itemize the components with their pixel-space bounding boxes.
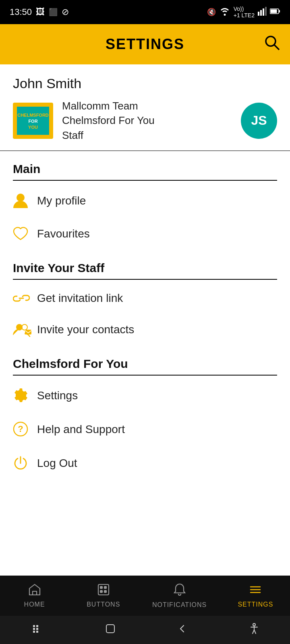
svg-text:CHELMSFORD: CHELMSFORD xyxy=(17,113,49,118)
question-mark-icon: ? xyxy=(13,421,37,438)
nav-settings[interactable]: SETTINGS xyxy=(235,583,276,608)
svg-rect-25 xyxy=(100,590,102,592)
svg-rect-2 xyxy=(263,8,264,16)
buttons-nav-icon xyxy=(97,583,110,599)
nav-settings-label: SETTINGS xyxy=(238,601,273,608)
main-divider xyxy=(13,180,277,181)
search-button[interactable] xyxy=(263,34,280,55)
svg-rect-30 xyxy=(33,625,35,627)
svg-rect-1 xyxy=(260,10,262,16)
log-out-item[interactable]: Log Out xyxy=(13,446,277,480)
chelmsford-section: Chelmsford For You Settings ? Help and S… xyxy=(0,346,290,480)
svg-rect-36 xyxy=(106,625,114,633)
log-out-label: Log Out xyxy=(37,457,77,470)
invite-divider xyxy=(13,279,277,280)
main-section-header: Main xyxy=(13,151,277,180)
sys-menu-icon[interactable] xyxy=(31,624,43,636)
power-icon xyxy=(13,455,37,471)
org-logo: CHELMSFORD FOR YOU xyxy=(13,103,53,139)
my-profile-item[interactable]: My profile xyxy=(13,184,277,218)
svg-rect-0 xyxy=(258,12,259,16)
nav-notifications[interactable]: NOTIFICATIONS xyxy=(152,583,207,609)
screenshot-icon: ⬛ xyxy=(49,8,58,17)
user-name: John Smith xyxy=(13,76,277,91)
avatar: JS xyxy=(241,103,277,139)
invite-contacts-item[interactable]: Invite your contacts xyxy=(13,314,277,346)
profile-info-row: CHELMSFORD FOR YOU Mallcomm Team Chelmsf… xyxy=(13,99,277,142)
settings-item[interactable]: Settings xyxy=(13,379,277,413)
nav-notifications-label: NOTIFICATIONS xyxy=(152,601,207,609)
svg-rect-34 xyxy=(36,628,38,630)
invite-contacts-icon xyxy=(13,322,37,337)
nav-buttons[interactable]: BUTTONS xyxy=(83,583,124,608)
svg-text:?: ? xyxy=(18,424,23,434)
svg-rect-17 xyxy=(25,330,31,334)
bottom-nav: HOME BUTTONS NOTIFICATIONS xyxy=(0,576,290,616)
nav-home-label: HOME xyxy=(24,601,45,608)
gear-icon xyxy=(13,388,37,404)
photo-icon: 🖼 xyxy=(36,7,45,17)
svg-point-14 xyxy=(17,194,25,202)
main-section: Main My profile Favourites xyxy=(0,151,290,250)
settings-header: SETTINGS xyxy=(0,24,290,64)
help-support-item[interactable]: ? Help and Support xyxy=(13,413,277,446)
page-title: SETTINGS xyxy=(106,36,184,53)
svg-rect-24 xyxy=(104,586,106,588)
svg-text:FOR: FOR xyxy=(28,119,37,124)
chelmsford-section-header: Chelmsford For You xyxy=(13,346,277,375)
settings-nav-icon xyxy=(249,583,262,599)
invite-section-header: Invite Your Staff xyxy=(13,250,277,279)
svg-rect-5 xyxy=(271,9,277,13)
help-support-label: Help and Support xyxy=(37,423,125,436)
status-right: 🔇 Vo))+1 LTE2 xyxy=(207,6,280,19)
svg-line-40 xyxy=(253,630,254,634)
sys-accessibility-icon[interactable] xyxy=(249,623,259,637)
settings-label: Settings xyxy=(37,389,78,402)
heart-icon xyxy=(13,227,37,241)
svg-line-8 xyxy=(274,45,279,50)
nav-home[interactable]: HOME xyxy=(14,583,55,608)
svg-rect-6 xyxy=(279,10,280,12)
svg-text:YOU: YOU xyxy=(28,125,38,130)
sys-back-icon[interactable] xyxy=(178,623,187,636)
svg-line-41 xyxy=(254,630,256,634)
favourites-item[interactable]: Favourites xyxy=(13,218,277,250)
battery-icon xyxy=(270,8,280,17)
team-name: Mallcomm Team Chelmsford For You Staff xyxy=(62,99,241,142)
home-nav-icon xyxy=(28,583,41,599)
profile-section: John Smith CHELMSFORD FOR YOU Mallcomm T… xyxy=(0,64,290,151)
link-icon xyxy=(13,293,37,303)
system-nav xyxy=(0,616,290,644)
sys-home-icon[interactable] xyxy=(105,623,116,636)
chelmsford-divider xyxy=(13,375,277,376)
svg-point-7 xyxy=(266,37,276,46)
nav-buttons-label: BUTTONS xyxy=(87,601,120,608)
signal-icon xyxy=(258,7,267,18)
person-icon xyxy=(13,193,37,209)
mute-icon: 🔇 xyxy=(207,8,216,17)
invite-staff-section: Invite Your Staff Get invitation link In xyxy=(0,250,290,346)
svg-rect-22 xyxy=(98,584,109,595)
dnd-icon: ⊘ xyxy=(62,7,69,17)
svg-point-16 xyxy=(22,324,27,330)
svg-rect-35 xyxy=(36,631,38,633)
svg-rect-33 xyxy=(36,625,38,627)
profile-text: Mallcomm Team Chelmsford For You Staff xyxy=(53,99,241,142)
svg-rect-23 xyxy=(100,586,102,588)
svg-rect-31 xyxy=(33,628,35,630)
lte-icon: Vo))+1 LTE2 xyxy=(234,6,255,19)
status-bar: 13:50 🖼 ⬛ ⊘ 🔇 Vo))+1 LTE2 xyxy=(0,0,290,24)
get-invitation-link-label: Get invitation link xyxy=(37,292,123,305)
notifications-nav-icon xyxy=(173,583,186,599)
my-profile-label: My profile xyxy=(37,194,86,207)
favourites-label: Favourites xyxy=(37,227,90,240)
invite-contacts-label: Invite your contacts xyxy=(37,323,134,336)
wifi-icon xyxy=(219,7,230,18)
svg-rect-32 xyxy=(33,631,35,633)
get-invitation-link-item[interactable]: Get invitation link xyxy=(13,283,277,314)
time-display: 13:50 xyxy=(10,7,32,17)
svg-rect-3 xyxy=(265,7,267,16)
status-left: 13:50 🖼 ⬛ ⊘ xyxy=(10,7,69,17)
svg-rect-21 xyxy=(33,591,37,595)
svg-rect-26 xyxy=(104,590,106,592)
